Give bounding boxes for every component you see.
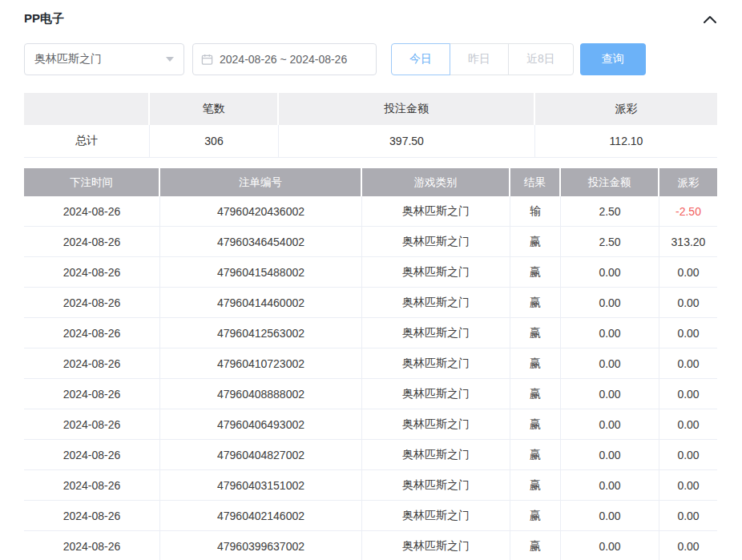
cell: 赢 bbox=[510, 288, 561, 318]
cell: 47960403151002 bbox=[160, 470, 362, 501]
cell: 2024-08-26 bbox=[24, 379, 160, 409]
cell: 47960414460002 bbox=[160, 288, 362, 318]
chevron-up-icon[interactable] bbox=[703, 14, 717, 24]
bet-header-row: 下注时间注单编号游戏类别结果投注金额派彩 bbox=[24, 168, 717, 196]
cell: 0.00 bbox=[561, 531, 659, 560]
cell: 0.00 bbox=[561, 440, 659, 470]
cell: 赢 bbox=[510, 440, 561, 470]
cell: 赢 bbox=[510, 470, 561, 501]
cell: 奥林匹斯之门 bbox=[362, 196, 510, 227]
cell: 奥林匹斯之门 bbox=[362, 531, 510, 560]
cell: 输 bbox=[510, 196, 561, 227]
cell: 0.00 bbox=[659, 501, 717, 531]
table-row: 2024-08-2647960399637002奥林匹斯之门赢0.000.00 bbox=[24, 531, 717, 560]
cell: 0.00 bbox=[561, 257, 659, 288]
cell: 47960399637002 bbox=[160, 531, 362, 560]
header-cell bbox=[24, 93, 150, 125]
header-cell: 下注时间 bbox=[24, 168, 160, 196]
cell: 2024-08-26 bbox=[24, 348, 160, 379]
cell: 0.00 bbox=[561, 348, 659, 379]
quick-filter-group: 今日昨日近8日 bbox=[391, 43, 574, 75]
cell: 奥林匹斯之门 bbox=[362, 501, 510, 531]
cell: 2024-08-26 bbox=[24, 531, 160, 560]
table-row: 2024-08-2647960346454002奥林匹斯之门赢2.50313.2… bbox=[24, 227, 717, 257]
cell: 奥林匹斯之门 bbox=[362, 348, 510, 379]
header-cell: 笔数 bbox=[150, 93, 279, 125]
quick-button[interactable]: 昨日 bbox=[450, 43, 509, 75]
cell: 赢 bbox=[510, 531, 561, 560]
cell: 2024-08-26 bbox=[24, 409, 160, 440]
header-cell: 投注金额 bbox=[561, 168, 659, 196]
cell: 2024-08-26 bbox=[24, 440, 160, 470]
quick-button[interactable]: 今日 bbox=[391, 43, 450, 75]
table-row: 2024-08-2647960403151002奥林匹斯之门赢0.000.00 bbox=[24, 470, 717, 501]
table-row: 2024-08-2647960406493002奥林匹斯之门赢0.000.00 bbox=[24, 409, 717, 440]
cell: 奥林匹斯之门 bbox=[362, 227, 510, 257]
cell: 2024-08-26 bbox=[24, 227, 160, 257]
cell: 奥林匹斯之门 bbox=[362, 409, 510, 440]
cell: 0.00 bbox=[561, 318, 659, 348]
cell: -2.50 bbox=[659, 196, 717, 227]
header-cell: 游戏类别 bbox=[362, 168, 510, 196]
cell: 0.00 bbox=[659, 470, 717, 501]
header-cell: 派彩 bbox=[659, 168, 717, 196]
cell: 2.50 bbox=[561, 227, 659, 257]
table-row: 2024-08-2647960415488002奥林匹斯之门赢0.000.00 bbox=[24, 257, 717, 288]
cell: 47960402146002 bbox=[160, 501, 362, 531]
date-range-value: 2024-08-26 ~ 2024-08-26 bbox=[220, 53, 347, 66]
cell: 0.00 bbox=[561, 288, 659, 318]
cell: 赢 bbox=[510, 379, 561, 409]
game-select[interactable]: 奥林匹斯之门 bbox=[24, 43, 184, 75]
cell: 总计 bbox=[24, 125, 150, 158]
table-row: 2024-08-2647960414460002奥林匹斯之门赢0.000.00 bbox=[24, 288, 717, 318]
cell: 0.00 bbox=[561, 379, 659, 409]
report-panel: PP电子 奥林匹斯之门 2024-08-26 ~ 2024-08-26 今日昨 bbox=[0, 0, 742, 560]
cell: 47960412563002 bbox=[160, 318, 362, 348]
cell: 47960346454002 bbox=[160, 227, 362, 257]
cell: 47960404827002 bbox=[160, 440, 362, 470]
cell: 47960406493002 bbox=[160, 409, 362, 440]
date-range-input[interactable]: 2024-08-26 ~ 2024-08-26 bbox=[192, 43, 377, 75]
filter-row: 奥林匹斯之门 2024-08-26 ~ 2024-08-26 今日昨日近8日 查… bbox=[24, 43, 717, 75]
cell: 赢 bbox=[510, 257, 561, 288]
cell: 0.00 bbox=[659, 409, 717, 440]
cell: 47960420436002 bbox=[160, 196, 362, 227]
header-cell: 注单编号 bbox=[160, 168, 362, 196]
cell: 2.50 bbox=[561, 196, 659, 227]
cell: 47960408888002 bbox=[160, 379, 362, 409]
cell: 奥林匹斯之门 bbox=[362, 257, 510, 288]
header-cell: 投注金额 bbox=[279, 93, 535, 125]
cell: 赢 bbox=[510, 501, 561, 531]
bet-table: 下注时间注单编号游戏类别结果投注金额派彩 2024-08-26479604204… bbox=[24, 168, 717, 560]
cell: 奥林匹斯之门 bbox=[362, 288, 510, 318]
header-cell: 派彩 bbox=[535, 93, 717, 125]
summary-header-row: 笔数投注金额派彩 bbox=[24, 93, 717, 125]
cell: 2024-08-26 bbox=[24, 257, 160, 288]
chevron-down-icon bbox=[166, 57, 174, 62]
quick-button[interactable]: 近8日 bbox=[508, 43, 574, 75]
cell: 0.00 bbox=[561, 470, 659, 501]
bet-table-body: 2024-08-2647960420436002奥林匹斯之门输2.50-2.50… bbox=[24, 196, 717, 560]
cell: 0.00 bbox=[659, 318, 717, 348]
cell: 0.00 bbox=[561, 409, 659, 440]
header-cell: 结果 bbox=[510, 168, 561, 196]
table-row: 2024-08-2647960420436002奥林匹斯之门输2.50-2.50 bbox=[24, 196, 717, 227]
cell: 313.20 bbox=[659, 227, 717, 257]
cell: 0.00 bbox=[659, 531, 717, 560]
game-select-value: 奥林匹斯之门 bbox=[34, 52, 102, 66]
cell: 47960410723002 bbox=[160, 348, 362, 379]
summary-total-row: 总计306397.50112.10 bbox=[24, 125, 717, 158]
cell: 47960415488002 bbox=[160, 257, 362, 288]
summary-table: 笔数投注金额派彩 总计306397.50112.10 bbox=[24, 93, 717, 158]
cell: 赢 bbox=[510, 409, 561, 440]
cell: 0.00 bbox=[561, 501, 659, 531]
search-button[interactable]: 查询 bbox=[580, 43, 646, 75]
panel-header: PP电子 bbox=[24, 11, 717, 26]
cell: 306 bbox=[150, 125, 279, 158]
table-row: 2024-08-2647960408888002奥林匹斯之门赢0.000.00 bbox=[24, 379, 717, 409]
cell: 2024-08-26 bbox=[24, 318, 160, 348]
cell: 2024-08-26 bbox=[24, 501, 160, 531]
cell: 0.00 bbox=[659, 348, 717, 379]
calendar-icon bbox=[201, 54, 213, 66]
cell: 奥林匹斯之门 bbox=[362, 379, 510, 409]
